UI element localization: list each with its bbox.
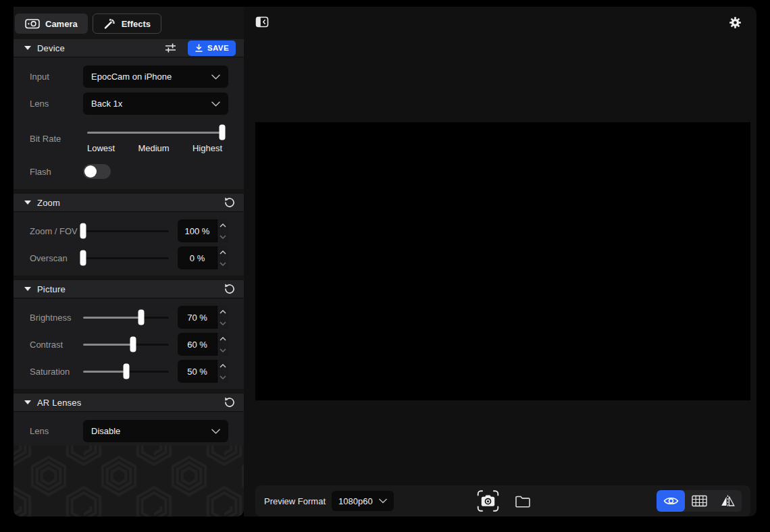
slider-thumb[interactable]: [138, 310, 145, 325]
slider-thumb[interactable]: [123, 364, 129, 379]
camera-icon: [25, 18, 40, 29]
lens-dropdown[interactable]: Back 1x: [83, 92, 228, 115]
sidebar: Camera Effects Device SAVE: [14, 7, 244, 516]
collapse-triangle-icon: [24, 400, 31, 404]
flash-toggle[interactable]: [83, 164, 111, 179]
view-options-group: [657, 490, 742, 512]
snapshot-button[interactable]: [475, 488, 500, 514]
zoom-section-header[interactable]: Zoom: [14, 194, 244, 212]
overscan-value[interactable]: 0 %: [178, 246, 217, 269]
flip-mirror-button[interactable]: [713, 490, 742, 512]
bitrate-row: Bit Rate Lowest Medium Highest: [14, 124, 244, 153]
stepper-up-button[interactable]: [217, 219, 228, 231]
contrast-row: Contrast 60 %: [14, 333, 244, 356]
ar-lens-dropdown[interactable]: Disable: [83, 420, 228, 442]
stepper-up-button[interactable]: [217, 360, 228, 371]
input-dropdown-value: EpocCam on iPhone: [91, 72, 211, 82]
ar-lenses-section-title: AR Lenses: [37, 398, 81, 408]
tab-effects-label: Effects: [122, 19, 151, 29]
toggle-knob: [84, 165, 97, 178]
ar-lens-label: Lens: [30, 426, 83, 436]
flash-row: Flash: [14, 164, 244, 179]
saturation-valuebox: 50 %: [178, 360, 228, 383]
camera-preview: [255, 122, 750, 400]
preview-format-dropdown[interactable]: 1080p60: [332, 491, 394, 511]
overscan-label: Overscan: [30, 253, 83, 263]
brightness-value[interactable]: 70 %: [178, 306, 217, 329]
ar-lens-dropdown-value: Disable: [91, 426, 211, 436]
saturation-row: Saturation 50 %: [14, 360, 244, 383]
device-section-body: Input EpocCam on iPhone Lens Back 1x: [14, 57, 244, 189]
contrast-slider[interactable]: [83, 336, 169, 352]
picture-reset-button[interactable]: [224, 283, 236, 295]
footer-bar: Preview Format 1080p60: [255, 485, 750, 516]
saturation-stepper: [217, 360, 228, 383]
stepper-down-button[interactable]: [217, 258, 228, 269]
slider-fill: [83, 317, 141, 319]
capture-actions: [475, 485, 531, 516]
flash-label: Flash: [30, 167, 83, 177]
device-advanced-settings-button[interactable]: [164, 42, 177, 54]
zoom-section-body: Zoom / FOV 100 % Overscan: [14, 212, 244, 275]
bitrate-marks: Lowest Medium Highest: [87, 143, 222, 153]
save-button-label: SAVE: [207, 44, 229, 52]
zoom-fov-stepper: [217, 219, 228, 242]
preview-visibility-toggle[interactable]: [657, 490, 685, 512]
ar-lens-row: Lens Disable: [14, 420, 244, 442]
preview-format-label: Preview Format: [264, 496, 326, 506]
stepper-down-button[interactable]: [217, 344, 228, 356]
input-label: Input: [30, 72, 83, 82]
chevron-down-icon: [379, 498, 387, 504]
lens-label: Lens: [30, 99, 83, 109]
zoom-fov-row: Zoom / FOV 100 %: [14, 219, 244, 242]
stepper-down-button[interactable]: [217, 231, 228, 242]
saturation-label: Saturation: [30, 367, 83, 377]
bitrate-mark-lowest: Lowest: [87, 143, 115, 153]
stepper-up-button[interactable]: [217, 306, 228, 317]
bitrate-mark-highest: Highest: [192, 143, 222, 153]
lens-row: Lens Back 1x: [14, 92, 244, 115]
zoom-section-title: Zoom: [37, 198, 60, 208]
hex-pattern-decoration: [14, 446, 244, 516]
bitrate-slider[interactable]: [87, 124, 222, 140]
contrast-valuebox: 60 %: [178, 333, 228, 356]
slider-thumb[interactable]: [130, 337, 136, 352]
main-area: Preview Format 1080p60: [244, 7, 756, 516]
grid-overlay-button[interactable]: [685, 490, 713, 512]
stepper-down-button[interactable]: [217, 371, 228, 383]
overscan-stepper: [217, 246, 228, 269]
slider-fill: [83, 344, 133, 346]
saturation-value[interactable]: 50 %: [178, 360, 217, 383]
settings-gear-icon[interactable]: [729, 16, 742, 29]
saturation-slider[interactable]: [83, 363, 169, 379]
zoom-fov-valuebox: 100 %: [178, 219, 228, 242]
ar-lenses-reset-button[interactable]: [224, 396, 236, 408]
slider-thumb[interactable]: [80, 223, 86, 239]
stepper-up-button[interactable]: [217, 333, 228, 344]
overscan-slider[interactable]: [83, 250, 169, 266]
chevron-down-icon: [211, 101, 220, 107]
slider-thumb[interactable]: [220, 125, 226, 140]
picture-section-title: Picture: [37, 284, 66, 294]
collapse-sidebar-button[interactable]: [255, 16, 269, 28]
brightness-stepper: [217, 306, 228, 329]
ar-lenses-section-header[interactable]: AR Lenses: [14, 394, 244, 412]
tab-effects[interactable]: Effects: [93, 14, 161, 34]
slider-thumb[interactable]: [80, 250, 86, 266]
stepper-down-button[interactable]: [217, 317, 228, 329]
zoom-fov-value[interactable]: 100 %: [178, 219, 217, 242]
contrast-value[interactable]: 60 %: [178, 333, 217, 356]
zoom-fov-slider[interactable]: [83, 223, 169, 239]
slider-track: [83, 257, 169, 259]
save-button[interactable]: SAVE: [188, 41, 236, 56]
device-section-header[interactable]: Device SAVE: [14, 39, 244, 57]
brightness-slider[interactable]: [83, 309, 169, 325]
slider-fill: [87, 132, 222, 134]
tab-camera[interactable]: Camera: [15, 14, 88, 34]
open-folder-button[interactable]: [514, 494, 531, 508]
zoom-reset-button[interactable]: [224, 196, 236, 209]
picture-section-header[interactable]: Picture: [14, 280, 244, 298]
input-dropdown[interactable]: EpocCam on iPhone: [83, 65, 228, 88]
tab-bar: Camera Effects: [14, 7, 244, 34]
stepper-up-button[interactable]: [217, 246, 228, 258]
